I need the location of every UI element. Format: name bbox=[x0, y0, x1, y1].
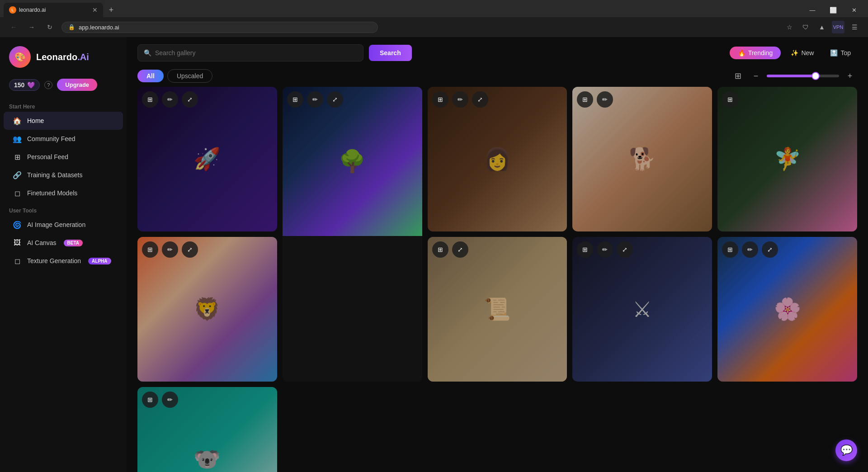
active-tab[interactable]: L leonardo.ai ✕ bbox=[4, 3, 103, 17]
gallery-card-koala[interactable]: 🐨 ⊞ ✏ bbox=[137, 387, 277, 472]
card-overlay-lion: ⊞ ✏ ⤢ bbox=[137, 237, 277, 382]
overlay-edit-btn-woman[interactable]: ✏ bbox=[452, 91, 468, 108]
overlay-edit-btn-koala[interactable]: ✏ bbox=[162, 392, 178, 408]
beta-badge: BETA bbox=[64, 240, 83, 246]
menu-btn[interactable]: ☰ bbox=[848, 21, 861, 33]
new-label: New bbox=[801, 49, 814, 57]
new-btn[interactable]: ✨ New bbox=[784, 47, 820, 59]
sidebar-item-personal-feed[interactable]: ⊞ Personal Feed bbox=[4, 148, 123, 166]
search-icon: 🔍 bbox=[144, 49, 151, 57]
trending-label: Trending bbox=[748, 49, 773, 57]
vpn-btn[interactable]: VPN bbox=[832, 21, 844, 33]
trending-btn[interactable]: 🔥 Trending bbox=[730, 47, 781, 59]
overlay-edit-btn-warrior[interactable]: ✏ bbox=[597, 241, 613, 258]
top-btn[interactable]: 🔝 Top bbox=[824, 47, 857, 59]
home-icon: 🏠 bbox=[13, 116, 22, 125]
sidebar-label-ai-image: AI Image Generation bbox=[27, 221, 85, 228]
sidebar-item-texture[interactable]: ◻ Texture Generation ALPHA bbox=[4, 252, 123, 270]
overlay-expand-btn[interactable]: ⤢ bbox=[182, 91, 198, 108]
filter-row: All Upscaled ⊞ − + bbox=[127, 69, 868, 87]
overlay-expand-btn-flowers[interactable]: ⤢ bbox=[762, 241, 778, 258]
zoom-slider[interactable] bbox=[767, 75, 839, 77]
zoom-out-btn[interactable]: − bbox=[749, 69, 763, 83]
overlay-edit-btn-tree[interactable]: ✏ bbox=[307, 91, 323, 108]
overlay-expand-btn-warrior[interactable]: ⤢ bbox=[617, 241, 633, 258]
gallery-card-dog[interactable]: 🐕 ⊞ ✏ bbox=[572, 87, 712, 231]
browser-chrome: L leonardo.ai ✕ + — ⬜ ✕ ← → ↻ 🔒 app.leon… bbox=[0, 0, 868, 37]
tab-title: leonardo.ai bbox=[19, 7, 46, 13]
maximize-btn[interactable]: ⬜ bbox=[823, 3, 844, 17]
gallery-scroll[interactable]: 🚀 ⊞ ✏ ⤢ 🌳 ⊞ ✏ ⤢ 👩 bbox=[127, 87, 868, 472]
sidebar-item-community-feed[interactable]: 👥 Community Feed bbox=[4, 130, 123, 148]
filter-all-btn[interactable]: All bbox=[137, 70, 164, 82]
overlay-copy-btn-warrior[interactable]: ⊞ bbox=[577, 241, 593, 258]
back-btn[interactable]: ← bbox=[7, 21, 20, 33]
overlay-copy-btn-hieroglyph[interactable]: ⊞ bbox=[432, 241, 448, 258]
bookmark-btn[interactable]: ☆ bbox=[783, 21, 796, 33]
logo-avatar: 🎨 bbox=[9, 46, 31, 68]
gallery-card-hieroglyph[interactable]: 📜 ⊞ ⤢ bbox=[428, 237, 567, 382]
reload-btn[interactable]: ↻ bbox=[43, 21, 56, 33]
forward-btn[interactable]: → bbox=[25, 21, 38, 33]
grid-controls: ⊞ − + bbox=[731, 69, 857, 83]
overlay-edit-btn-dog[interactable]: ✏ bbox=[597, 91, 613, 108]
gallery-card-lion[interactable]: 🦁 ⊞ ✏ ⤢ bbox=[137, 237, 277, 382]
ai-canvas-icon: 🖼 bbox=[13, 238, 22, 247]
triangle-btn[interactable]: ▲ bbox=[816, 21, 828, 33]
overlay-copy-btn-tree[interactable]: ⊞ bbox=[287, 91, 303, 108]
gallery-card-warrior[interactable]: ⚔ ⊞ ✏ ⤢ bbox=[572, 237, 712, 382]
overlay-expand-btn-hieroglyph[interactable]: ⤢ bbox=[452, 241, 468, 258]
overlay-copy-btn-flowers[interactable]: ⊞ bbox=[722, 241, 738, 258]
lock-icon: 🔒 bbox=[68, 24, 75, 30]
texture-icon: ◻ bbox=[13, 256, 22, 265]
search-button[interactable]: Search bbox=[369, 45, 412, 61]
gallery-card-flowers[interactable]: 🌸 ⊞ ✏ ⤢ bbox=[717, 237, 857, 382]
overlay-edit-btn-flowers[interactable]: ✏ bbox=[742, 241, 758, 258]
gallery-card-rocket[interactable]: 🚀 ⊞ ✏ ⤢ bbox=[137, 87, 277, 231]
shield-btn[interactable]: 🛡 bbox=[799, 21, 812, 33]
credits-amount: 150 bbox=[14, 81, 24, 89]
sidebar-item-ai-canvas[interactable]: 🖼 AI Canvas BETA bbox=[4, 234, 123, 252]
overlay-expand-btn-lion[interactable]: ⤢ bbox=[182, 241, 198, 258]
minimize-btn[interactable]: — bbox=[802, 3, 823, 17]
url-bar[interactable]: 🔒 app.leonardo.ai bbox=[61, 22, 378, 33]
overlay-copy-btn-koala[interactable]: ⊞ bbox=[142, 392, 158, 408]
card-overlay-koala: ⊞ ✏ bbox=[137, 387, 277, 472]
tab-close-btn[interactable]: ✕ bbox=[92, 6, 98, 14]
filter-upscaled-btn[interactable]: Upscaled bbox=[167, 69, 212, 83]
grid-view-btn[interactable]: ⊞ bbox=[731, 69, 745, 83]
overlay-copy-btn-lion[interactable]: ⊞ bbox=[142, 241, 158, 258]
new-tab-btn[interactable]: + bbox=[105, 4, 118, 16]
card-overlay-rocket: ⊞ ✏ ⤢ bbox=[137, 87, 277, 231]
top-label: Top bbox=[840, 49, 851, 57]
zoom-in-btn[interactable]: + bbox=[843, 69, 857, 83]
help-icon[interactable]: ? bbox=[44, 81, 52, 89]
sidebar-label-personal: Personal Feed bbox=[27, 153, 68, 160]
overlay-copy-btn-woman[interactable]: ⊞ bbox=[432, 91, 448, 108]
main-content: 🔍 Search 🔥 Trending ✨ New 🔝 Top bbox=[127, 37, 868, 472]
gallery-card-fantasy[interactable]: 🧚 ⊞ bbox=[717, 87, 857, 231]
upgrade-btn[interactable]: Upgrade bbox=[57, 79, 97, 91]
overlay-expand-btn-tree[interactable]: ⤢ bbox=[327, 91, 343, 108]
overlay-expand-btn-woman[interactable]: ⤢ bbox=[472, 91, 488, 108]
overlay-copy-btn[interactable]: ⊞ bbox=[142, 91, 158, 108]
gallery-card-tree[interactable]: 🌳 ⊞ ✏ ⤢ bbox=[283, 87, 422, 382]
sidebar-item-finetuned[interactable]: ◻ Finetuned Models bbox=[4, 184, 123, 202]
overlay-edit-btn-lion[interactable]: ✏ bbox=[162, 241, 178, 258]
gallery-card-woman[interactable]: 👩 ⊞ ✏ ⤢ bbox=[428, 87, 567, 231]
url-text: app.leonardo.ai bbox=[79, 24, 119, 31]
section-start-label: Start Here bbox=[0, 98, 127, 112]
search-wrapper: 🔍 bbox=[137, 44, 363, 61]
overlay-copy-btn-dog[interactable]: ⊞ bbox=[577, 91, 593, 108]
sidebar-item-home[interactable]: 🏠 Home bbox=[4, 112, 123, 130]
section-tools-label: User Tools bbox=[0, 202, 127, 216]
sidebar-item-training[interactable]: 🔗 Training & Datasets bbox=[4, 166, 123, 184]
close-btn[interactable]: ✕ bbox=[844, 3, 864, 17]
sidebar-label-ai-canvas: AI Canvas bbox=[27, 239, 57, 246]
sidebar-item-ai-image[interactable]: 🌀 AI Image Generation bbox=[4, 216, 123, 234]
chat-fab[interactable]: 💬 bbox=[835, 439, 857, 461]
overlay-edit-btn[interactable]: ✏ bbox=[162, 91, 178, 108]
search-input[interactable] bbox=[137, 44, 363, 61]
overlay-copy-btn-fantasy[interactable]: ⊞ bbox=[722, 91, 738, 108]
search-header: 🔍 Search 🔥 Trending ✨ New 🔝 Top bbox=[127, 37, 868, 69]
